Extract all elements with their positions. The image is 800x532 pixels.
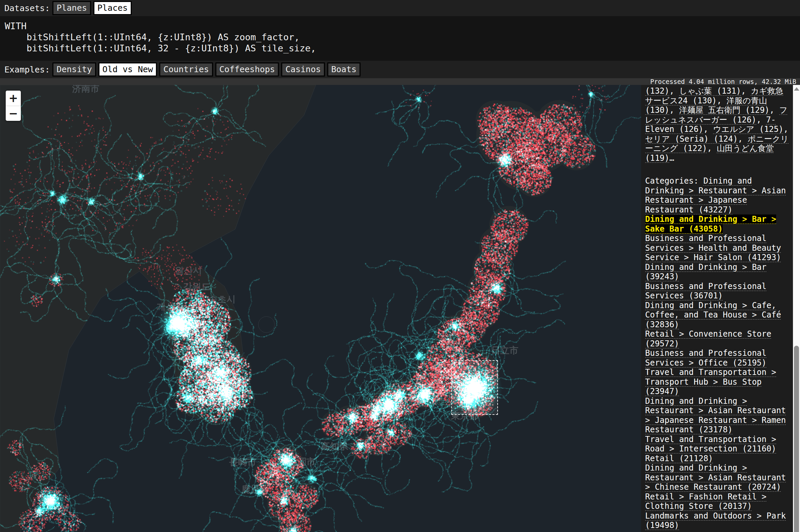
category-link[interactable]: Retail (21128)	[645, 454, 713, 463]
zoom-out-button[interactable]: −	[6, 106, 21, 121]
example-button-old-vs-new[interactable]: Old vs New	[98, 62, 157, 77]
category-link[interactable]: Dining and Drinking > Bar (39243)	[645, 263, 766, 282]
example-button-countries[interactable]: Countries	[159, 62, 213, 77]
datasets-label: Datasets:	[4, 3, 50, 13]
map-zoom-control: + −	[6, 91, 21, 121]
brand-link[interactable]: しゃぶ葉 (131)	[679, 86, 741, 96]
category-link-highlighted[interactable]: Dining and Drinking > Bar > Sake Bar (43…	[645, 214, 776, 234]
category-link[interactable]: Travel and Transportation > Transport Hu…	[645, 367, 776, 396]
brand-link[interactable]: (132)	[645, 86, 669, 96]
sql-query-editor[interactable]: WITH bitShiftLeft(1::UInt64, {z:UInt8}) …	[0, 16, 800, 61]
brand-link[interactable]: ウエルシア (125)	[713, 125, 784, 134]
category-link[interactable]: Dining and Drinking > Restaurant > Asian…	[645, 463, 786, 492]
category-link[interactable]: Retail > Convenience Store (29572)	[645, 329, 771, 348]
category-link[interactable]: Business and Professional Services > Off…	[645, 348, 766, 367]
examples-label: Examples:	[4, 65, 50, 75]
brands-list: (132), しゃぶ葉 (131), カギ救急サービス24 (130), 洋服の…	[645, 86, 790, 163]
dataset-button-planes[interactable]: Planes	[52, 1, 91, 15]
scrollbar-up-arrow-icon[interactable]	[794, 87, 799, 91]
zoom-in-button[interactable]: +	[6, 91, 21, 106]
dataset-button-places[interactable]: Places	[93, 1, 132, 15]
map-selection-rectangle	[451, 360, 498, 415]
map: + −	[0, 85, 641, 532]
brand-link[interactable]: 洋麺屋 五右衛門 (129)	[679, 106, 769, 115]
sidebar-scrollbar[interactable]	[793, 85, 800, 532]
query-status-bar: Processed 4.04 million rows, 42.32 MiB	[0, 78, 800, 85]
category-link[interactable]: Dining and Drinking > Restaurant > Asian…	[645, 396, 786, 435]
category-link[interactable]: Dining and Drinking > Cafe, Coffee, and …	[645, 301, 781, 329]
datasets-button-group: PlanesPlaces	[52, 1, 134, 15]
example-button-casinos[interactable]: Casinos	[281, 62, 325, 77]
example-button-boats[interactable]: Boats	[327, 62, 361, 77]
brand-link[interactable]: セリア (Seria) (124)	[645, 134, 738, 144]
categories-list: Categories: Dining and Drinking > Restau…	[645, 176, 790, 530]
category-link[interactable]: Landmarks and Outdoors > Park (19498)	[645, 511, 786, 530]
example-button-coffeeshops[interactable]: Coffeeshops	[215, 62, 279, 77]
results-sidebar: (132), しゃぶ葉 (131), カギ救急サービス24 (130), 洋服の…	[641, 85, 793, 532]
category-link[interactable]: Travel and Transportation > Road > Inter…	[645, 435, 776, 454]
query-status-text: Processed 4.04 million rows, 42.32 MiB	[650, 78, 796, 85]
examples-bar: Examples: DensityOld vs NewCountriesCoff…	[0, 61, 800, 78]
datasets-bar: Datasets: PlanesPlaces	[0, 0, 800, 16]
scrollbar-thumb[interactable]	[794, 346, 799, 532]
category-link[interactable]: Business and Professional Services (3670…	[645, 282, 766, 301]
examples-button-group: DensityOld vs NewCountriesCoffeeshopsCas…	[52, 62, 363, 77]
categories-label: Categories:	[645, 176, 703, 186]
category-link[interactable]: Retail > Fashion Retail > Clothing Store…	[645, 492, 766, 511]
category-link[interactable]: Business and Professional Services > Hea…	[645, 234, 781, 262]
sql-query-text: WITH bitShiftLeft(1::UInt64, {z:UInt8}) …	[0, 16, 800, 54]
map-canvas[interactable]	[0, 85, 641, 532]
example-button-density[interactable]: Density	[52, 62, 96, 77]
